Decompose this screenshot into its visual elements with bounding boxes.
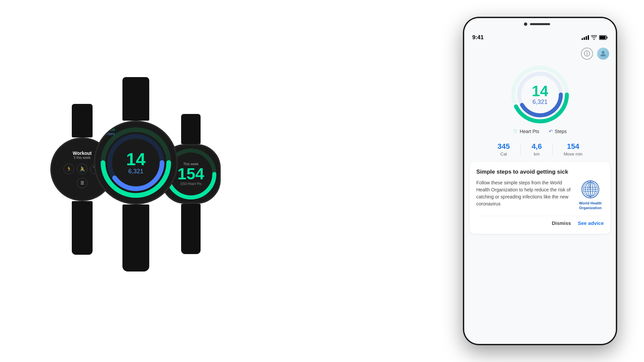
wifi-icon xyxy=(591,35,597,40)
svg-rect-8 xyxy=(600,36,606,39)
heart-label: ♡HEART xyxy=(102,128,115,132)
stat-cal-label: Cal xyxy=(497,152,510,157)
stat-km: 4,6 km xyxy=(532,142,542,157)
signal-icon xyxy=(582,35,589,40)
stat-cal: 345 Cal xyxy=(497,142,510,157)
notch-bar xyxy=(464,18,616,30)
watches-area: Workout 5 this week 🏃 🚴 🏋 ☰ xyxy=(0,0,275,362)
center-big-number: 14 xyxy=(126,150,146,168)
front-camera xyxy=(524,22,527,26)
ring-big-number: 14 xyxy=(532,84,548,99)
band-bottom-left xyxy=(72,201,93,255)
stat-divider-2 xyxy=(552,143,553,156)
status-icons xyxy=(582,35,608,40)
app-header: ⓘ xyxy=(464,45,616,61)
band-top-left xyxy=(72,104,93,137)
ring-small-number: 6,321 xyxy=(532,99,548,106)
stats-row: 345 Cal 4,6 km 154 Move min xyxy=(464,139,616,162)
steps-legend-icon: ↶ xyxy=(549,129,553,134)
band-top-right xyxy=(181,114,201,144)
band-bottom-center xyxy=(122,204,149,272)
band-bottom-right xyxy=(181,204,201,254)
stat-move: 154 Move min xyxy=(564,142,582,157)
status-bar: 9:41 xyxy=(464,30,616,45)
bike-icon: 🚴 xyxy=(77,164,88,174)
main-ring: 14 6,321 xyxy=(510,64,570,125)
phone-shell: 9:41 xyxy=(463,17,617,345)
phone-area: 9:41 xyxy=(463,17,617,345)
ring-section: 14 6,321 ♡ Heart Pts ↶ Steps xyxy=(464,61,616,139)
watch-crown xyxy=(220,169,221,179)
battery-icon xyxy=(599,35,608,40)
legend-heart: ♡ Heart Pts xyxy=(513,129,539,134)
svg-rect-7 xyxy=(607,37,608,39)
user-avatar[interactable] xyxy=(597,48,609,60)
app-content: ⓘ xyxy=(464,45,616,344)
stat-move-value: 154 xyxy=(564,142,582,151)
stat-divider-1 xyxy=(521,143,521,156)
center-labels: ♡HEART ↶STEPS xyxy=(102,128,115,136)
band-top-center xyxy=(122,77,149,121)
stat-km-value: 4,6 xyxy=(532,142,542,151)
stat-move-label: Move min xyxy=(564,152,582,157)
center-screen: ♡HEART ↶STEPS 14 6,321 xyxy=(99,126,173,199)
run-icon: 🏃 xyxy=(63,164,74,174)
health-card: Simple steps to avoid getting sick Follo… xyxy=(470,162,610,234)
phone-screen: 9:41 xyxy=(464,18,616,344)
avatar-icon xyxy=(599,50,607,58)
legend-steps: ↶ Steps xyxy=(549,129,567,134)
list-icon: ☰ xyxy=(77,178,88,188)
card-body: Follow these simple steps from the World… xyxy=(476,179,604,210)
watch-center: ♡HEART ↶STEPS 14 6,321 xyxy=(94,77,178,272)
speaker xyxy=(530,23,550,25)
stat-km-label: km xyxy=(532,152,542,157)
info-button[interactable]: ⓘ xyxy=(581,48,593,60)
who-emblem-svg xyxy=(580,179,600,199)
who-label: World Health Organization xyxy=(577,201,604,210)
heart-legend-label: Heart Pts xyxy=(520,129,539,134)
steps-label: ↶STEPS xyxy=(102,132,115,136)
watch-body-center: ♡HEART ↶STEPS 14 6,321 xyxy=(94,121,178,204)
card-title: Simple steps to avoid getting sick xyxy=(476,169,604,175)
steps-legend-label: Steps xyxy=(555,129,567,134)
legend-row: ♡ Heart Pts ↶ Steps xyxy=(513,129,567,134)
stat-cal-value: 345 xyxy=(497,142,510,151)
heart-legend-icon: ♡ xyxy=(513,129,518,134)
watches-group: Workout 5 this week 🏃 🚴 🏋 ☰ xyxy=(40,64,235,298)
center-numbers: 14 6,321 xyxy=(126,150,146,175)
see-advice-button[interactable]: See advice xyxy=(578,219,604,227)
card-text: Follow these simple steps from the World… xyxy=(476,179,572,207)
svg-point-9 xyxy=(602,51,604,54)
center-small-number: 6,321 xyxy=(126,168,146,175)
ring-numbers: 14 6,321 xyxy=(532,84,548,106)
card-actions: Dismiss See advice xyxy=(476,216,604,227)
card-logo: World Health Organization xyxy=(577,179,604,210)
status-time: 9:41 xyxy=(472,34,484,41)
dismiss-button[interactable]: Dismiss xyxy=(552,219,571,227)
